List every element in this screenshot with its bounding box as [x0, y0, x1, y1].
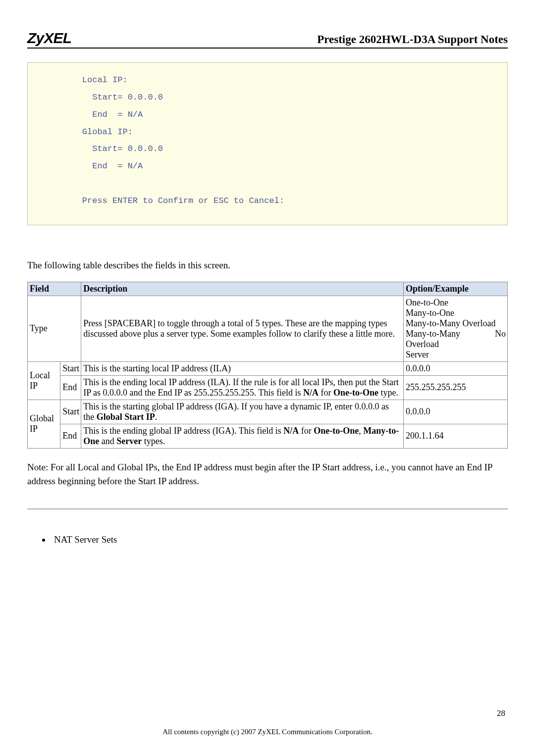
option-line: Many-to-Many No	[406, 329, 506, 339]
page-header: ZyXEL Prestige 2602HWL-D3A Support Notes	[27, 30, 508, 49]
text: for	[299, 426, 314, 436]
cell-option-global-end: 200.1.1.64	[404, 424, 508, 448]
text: type.	[378, 388, 398, 398]
option-text-right: No	[495, 329, 506, 339]
cell-option-local-end: 255.255.255.255	[404, 375, 508, 400]
text: This is the ending global IP address (IG…	[83, 426, 283, 436]
cell-desc-local-start: This is the starting local IP address (I…	[81, 361, 404, 375]
col-description: Description	[81, 282, 404, 296]
field-description-table: Field Description Option/Example Type Pr…	[27, 282, 508, 449]
option-line: Many-to-Many Overload	[406, 318, 506, 329]
col-field: Field	[28, 282, 81, 296]
bullet-list: NAT Server Sets	[51, 534, 508, 545]
page-number: 28	[497, 708, 505, 718]
table-row: Type Press [SPACEBAR] to toggle through …	[28, 296, 508, 361]
bold-text: Server	[116, 436, 142, 446]
option-line: Overload	[406, 339, 506, 350]
cell-desc-global-start: This is the starting global IP address (…	[81, 400, 404, 424]
cell-option-local-start: 0.0.0.0	[404, 361, 508, 375]
intro-paragraph: The following table describes the fields…	[27, 260, 508, 271]
bold-text: N/A	[303, 388, 319, 398]
text: types.	[142, 436, 165, 446]
bold-text: Global Start IP	[97, 412, 155, 422]
text: .	[155, 412, 158, 422]
terminal-output: Local IP: Start= 0.0.0.0 End = N/A Globa…	[27, 62, 508, 225]
cell-sub-start: Start	[60, 400, 81, 424]
horizontal-divider	[27, 508, 508, 509]
cell-field-local-ip: Local IP	[28, 361, 60, 400]
table-row: Local IP Start This is the starting loca…	[28, 361, 508, 375]
bold-text: One-to-One	[333, 388, 378, 398]
table-row: Global IP Start This is the starting glo…	[28, 400, 508, 424]
cell-desc-type: Press [SPACEBAR] to toggle through a tot…	[81, 296, 404, 361]
option-line: Server	[406, 350, 506, 360]
cell-option-global-start: 0.0.0.0	[404, 400, 508, 424]
text: and	[99, 436, 116, 446]
bold-text: One-to-One	[314, 426, 359, 436]
note-paragraph: Note: For all Local and Global IPs, the …	[27, 460, 508, 489]
cell-field-type: Type	[28, 296, 81, 361]
text: ,	[359, 426, 363, 436]
cell-sub-end: End	[60, 375, 81, 400]
cell-sub-end: End	[60, 424, 81, 448]
text: for	[319, 388, 333, 398]
brand-logo: ZyXEL	[27, 30, 71, 47]
table-row: End This is the ending global IP address…	[28, 424, 508, 448]
cell-field-global-ip: Global IP	[28, 400, 60, 448]
option-line: One-to-One	[406, 298, 506, 308]
document-title: Prestige 2602HWL-D3A Support Notes	[317, 33, 508, 46]
footer-copyright: All contents copyright (c) 2007 ZyXEL Co…	[0, 728, 535, 736]
cell-desc-local-end: This is the ending local IP address (ILA…	[81, 375, 404, 400]
cell-desc-global-end: This is the ending global IP address (IG…	[81, 424, 404, 448]
bold-text: N/A	[283, 426, 299, 436]
table-row: End This is the ending local IP address …	[28, 375, 508, 400]
cell-option-type: One-to-One Many-to-One Many-to-Many Over…	[404, 296, 508, 361]
table-header-row: Field Description Option/Example	[28, 282, 508, 296]
cell-sub-start: Start	[60, 361, 81, 375]
option-line: Many-to-One	[406, 308, 506, 318]
list-item: NAT Server Sets	[51, 534, 508, 545]
option-text-left: Many-to-Many	[406, 329, 460, 339]
col-option: Option/Example	[404, 282, 508, 296]
